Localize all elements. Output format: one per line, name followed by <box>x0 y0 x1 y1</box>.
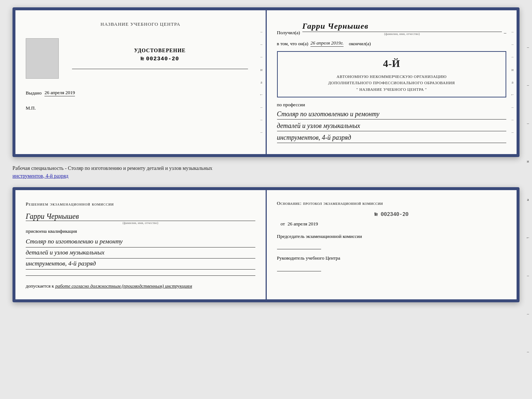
dopuskaetsya-value: работе согласно должностным (производств… <box>55 283 192 289</box>
profession-line2: деталей и узлов музыкальных <box>277 121 507 131</box>
cert-section: УДОСТОВЕРЕНИЕ № 002340-20 <box>26 38 255 79</box>
kvalif-line1: Столяр по изготовлению и ремонту <box>26 236 255 247</box>
komissia-title: Решением экзаменационной комиссии <box>26 200 255 208</box>
stamp-line2: ДОПОЛНИТЕЛЬНОГО ПРОФЕССИОНАЛЬНОГО ОБРАЗО… <box>283 80 501 86</box>
top-right-page: Получил(а) Гарри Чернышев (фамилия, имя,… <box>267 10 517 154</box>
stamp-line3: " НАЗВАНИЕ УЧЕБНОГО ЦЕНТРА " <box>283 86 501 93</box>
po-professii-section: по профессии Столяр по изготовлению и ре… <box>277 102 507 143</box>
bottom-right-page: Основание: протокол экзаменационной коми… <box>267 190 517 299</box>
po-professii-label: по профессии <box>277 102 305 107</box>
rukovoditel-signature-line <box>277 265 321 271</box>
stamp-block: 4-й АВТОНОМНУЮ НЕКОММЕРЧЕСКУЮ ОРГАНИЗАЦИ… <box>277 51 507 97</box>
ot-label: от <box>281 221 285 227</box>
photo-placeholder <box>26 38 59 79</box>
side-dashes-top-right: – – – и а ← – – – <box>510 21 515 143</box>
vtom-date: 26 апреля 2019г. <box>310 40 344 47</box>
recipient-name: Гарри Чернышев <box>302 21 502 32</box>
description-line2: инструментов, 4-й разряд <box>12 173 68 179</box>
vydano-date: 26 апреля 2019 <box>44 90 75 96</box>
stamp-big-num: 4-й <box>283 56 501 72</box>
predsedatel-signature-line <box>277 243 321 249</box>
rukovoditel-block: Руководитель учебного Центра <box>277 254 507 271</box>
ot-date-section: от 26 апреля 2019 <box>277 221 507 227</box>
kvalif-line2: деталей и узлов музыкальных <box>26 247 255 259</box>
bottom-person-name: Гарри Чернышев <box>26 212 255 221</box>
ot-date: 26 апреля 2019 <box>288 221 318 227</box>
side-dashes-top-left: – – – и а ← – – – <box>259 21 264 143</box>
poluchil-label: Получил(а) <box>277 30 300 36</box>
stamp-line1: АВТОНОМНУЮ НЕКОММЕРЧЕСКУЮ ОРГАНИЗАЦИЮ <box>283 74 501 80</box>
cert-number: № 002340-20 <box>65 56 255 62</box>
top-left-page: НАЗВАНИЕ УЧЕБНОГО ЦЕНТРА УДОСТОВЕРЕНИЕ №… <box>15 10 267 154</box>
vtom-line: в том, что он(а) 26 апреля 2019г. окончи… <box>277 40 507 47</box>
predsedatel-title: Председатель экзаменационной комиссии <box>277 233 507 240</box>
dopuskaetsya-section: допускается к работе согласно должностны… <box>26 283 255 289</box>
side-dashes-bottom-right: – – – и а ← – – – <box>525 11 531 388</box>
vydano-label: Выдано <box>26 90 42 96</box>
profession-line1: Столяр по изготовлению и ремонту <box>277 109 507 120</box>
org-title-top: НАЗВАНИЕ УЧЕБНОГО ЦЕНТРА <box>26 21 255 27</box>
bottom-left-page: Решением экзаменационной комиссии Гарри … <box>15 190 267 299</box>
osnovanie-title: Основание: протокол экзаменационной коми… <box>277 200 507 206</box>
fio-sublabel-top: (фамилия, имя, отчество) <box>302 32 502 36</box>
bottom-person-name-block: Гарри Чернышев (фамилия, имя, отчество) <box>26 212 255 225</box>
top-spread: НАЗВАНИЕ УЧЕБНОГО ЦЕНТРА УДОСТОВЕРЕНИЕ №… <box>12 7 520 157</box>
cert-title: УДОСТОВЕРЕНИЕ <box>65 48 255 54</box>
description-line1: Рабочая специальность - Столяр по изгото… <box>12 165 212 171</box>
bottom-spread: Решением экзаменационной комиссии Гарри … <box>12 187 520 302</box>
vydano-section: Выдано 26 апреля 2019 <box>26 90 255 96</box>
protocol-number: № 002340-20 <box>277 211 507 217</box>
recipient-name-container: Гарри Чернышев (фамилия, имя, отчество) <box>302 21 502 36</box>
separator-line <box>26 275 255 276</box>
prisvoena-label: присвоена квалификация <box>26 228 255 234</box>
kvalif-line3: инструментов, 4-й разряд <box>26 259 255 270</box>
right-page-content: Получил(а) Гарри Чернышев (фамилия, имя,… <box>277 21 507 143</box>
okonchil-label: окончил(а) <box>349 41 371 47</box>
recipient-line: Получил(а) Гарри Чернышев (фамилия, имя,… <box>277 21 507 36</box>
dopuskaetsya-label: допускается к <box>26 283 54 289</box>
predsedatel-block: Председатель экзаменационной комиссии <box>277 233 507 250</box>
mp-section: М.П. <box>26 105 255 111</box>
profession-line3: инструментов, 4-й разряд <box>277 133 507 143</box>
description-text: Рабочая специальность - Столяр по изгото… <box>12 163 520 181</box>
kvalif-block: Столяр по изготовлению и ремонту деталей… <box>26 236 255 270</box>
cert-info: УДОСТОВЕРЕНИЕ № 002340-20 <box>65 48 255 69</box>
bottom-fio-sublabel: (фамилия, имя, отчество) <box>26 221 255 225</box>
vtom-label: в том, что он(а) <box>277 41 309 47</box>
rukovoditel-title: Руководитель учебного Центра <box>277 254 507 262</box>
